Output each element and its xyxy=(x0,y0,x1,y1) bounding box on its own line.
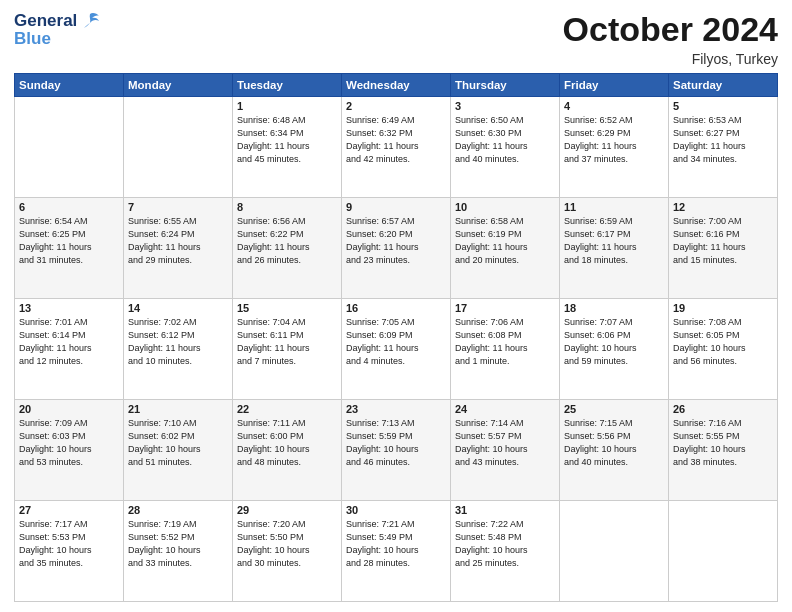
calendar-cell: 6Sunrise: 6:54 AMSunset: 6:25 PMDaylight… xyxy=(15,198,124,299)
day-number: 22 xyxy=(237,403,337,415)
day-info: Sunrise: 7:15 AMSunset: 5:56 PMDaylight:… xyxy=(564,417,664,469)
calendar-cell: 28Sunrise: 7:19 AMSunset: 5:52 PMDayligh… xyxy=(124,501,233,602)
day-number: 19 xyxy=(673,302,773,314)
calendar-cell: 20Sunrise: 7:09 AMSunset: 6:03 PMDayligh… xyxy=(15,400,124,501)
day-info: Sunrise: 7:10 AMSunset: 6:02 PMDaylight:… xyxy=(128,417,228,469)
calendar-cell: 24Sunrise: 7:14 AMSunset: 5:57 PMDayligh… xyxy=(451,400,560,501)
calendar-cell xyxy=(669,501,778,602)
day-info: Sunrise: 6:54 AMSunset: 6:25 PMDaylight:… xyxy=(19,215,119,267)
location: Filyos, Turkey xyxy=(563,51,778,67)
month-title: October 2024 xyxy=(563,10,778,49)
day-info: Sunrise: 7:05 AMSunset: 6:09 PMDaylight:… xyxy=(346,316,446,368)
day-info: Sunrise: 7:20 AMSunset: 5:50 PMDaylight:… xyxy=(237,518,337,570)
header-monday: Monday xyxy=(124,74,233,97)
day-number: 16 xyxy=(346,302,446,314)
header: General Blue October 2024 Filyos, Turkey xyxy=(14,10,778,67)
day-info: Sunrise: 7:09 AMSunset: 6:03 PMDaylight:… xyxy=(19,417,119,469)
calendar-cell: 26Sunrise: 7:16 AMSunset: 5:55 PMDayligh… xyxy=(669,400,778,501)
day-info: Sunrise: 7:01 AMSunset: 6:14 PMDaylight:… xyxy=(19,316,119,368)
day-number: 8 xyxy=(237,201,337,213)
day-info: Sunrise: 7:07 AMSunset: 6:06 PMDaylight:… xyxy=(564,316,664,368)
day-number: 24 xyxy=(455,403,555,415)
day-number: 30 xyxy=(346,504,446,516)
header-saturday: Saturday xyxy=(669,74,778,97)
header-tuesday: Tuesday xyxy=(233,74,342,97)
calendar-cell: 16Sunrise: 7:05 AMSunset: 6:09 PMDayligh… xyxy=(342,299,451,400)
day-info: Sunrise: 6:56 AMSunset: 6:22 PMDaylight:… xyxy=(237,215,337,267)
calendar-cell: 12Sunrise: 7:00 AMSunset: 6:16 PMDayligh… xyxy=(669,198,778,299)
day-number: 26 xyxy=(673,403,773,415)
day-number: 25 xyxy=(564,403,664,415)
calendar-cell: 18Sunrise: 7:07 AMSunset: 6:06 PMDayligh… xyxy=(560,299,669,400)
calendar-cell: 21Sunrise: 7:10 AMSunset: 6:02 PMDayligh… xyxy=(124,400,233,501)
day-number: 3 xyxy=(455,100,555,112)
logo-blue: Blue xyxy=(14,29,51,49)
day-info: Sunrise: 7:17 AMSunset: 5:53 PMDaylight:… xyxy=(19,518,119,570)
calendar-cell: 4Sunrise: 6:52 AMSunset: 6:29 PMDaylight… xyxy=(560,97,669,198)
day-info: Sunrise: 7:02 AMSunset: 6:12 PMDaylight:… xyxy=(128,316,228,368)
day-info: Sunrise: 6:53 AMSunset: 6:27 PMDaylight:… xyxy=(673,114,773,166)
header-thursday: Thursday xyxy=(451,74,560,97)
day-info: Sunrise: 6:52 AMSunset: 6:29 PMDaylight:… xyxy=(564,114,664,166)
day-number: 12 xyxy=(673,201,773,213)
day-number: 7 xyxy=(128,201,228,213)
day-number: 20 xyxy=(19,403,119,415)
calendar-cell: 3Sunrise: 6:50 AMSunset: 6:30 PMDaylight… xyxy=(451,97,560,198)
day-number: 13 xyxy=(19,302,119,314)
day-number: 21 xyxy=(128,403,228,415)
calendar-cell xyxy=(124,97,233,198)
day-info: Sunrise: 6:49 AMSunset: 6:32 PMDaylight:… xyxy=(346,114,446,166)
day-info: Sunrise: 7:22 AMSunset: 5:48 PMDaylight:… xyxy=(455,518,555,570)
day-info: Sunrise: 7:16 AMSunset: 5:55 PMDaylight:… xyxy=(673,417,773,469)
calendar-cell: 29Sunrise: 7:20 AMSunset: 5:50 PMDayligh… xyxy=(233,501,342,602)
day-number: 10 xyxy=(455,201,555,213)
calendar-cell: 27Sunrise: 7:17 AMSunset: 5:53 PMDayligh… xyxy=(15,501,124,602)
calendar-week-3: 13Sunrise: 7:01 AMSunset: 6:14 PMDayligh… xyxy=(15,299,778,400)
header-sunday: Sunday xyxy=(15,74,124,97)
calendar-cell: 13Sunrise: 7:01 AMSunset: 6:14 PMDayligh… xyxy=(15,299,124,400)
day-number: 1 xyxy=(237,100,337,112)
header-wednesday: Wednesday xyxy=(342,74,451,97)
day-number: 27 xyxy=(19,504,119,516)
day-info: Sunrise: 6:55 AMSunset: 6:24 PMDaylight:… xyxy=(128,215,228,267)
day-number: 15 xyxy=(237,302,337,314)
day-number: 31 xyxy=(455,504,555,516)
calendar-cell: 25Sunrise: 7:15 AMSunset: 5:56 PMDayligh… xyxy=(560,400,669,501)
header-friday: Friday xyxy=(560,74,669,97)
day-number: 9 xyxy=(346,201,446,213)
day-number: 17 xyxy=(455,302,555,314)
day-number: 29 xyxy=(237,504,337,516)
calendar-header-row: Sunday Monday Tuesday Wednesday Thursday… xyxy=(15,74,778,97)
day-info: Sunrise: 7:08 AMSunset: 6:05 PMDaylight:… xyxy=(673,316,773,368)
title-block: October 2024 Filyos, Turkey xyxy=(563,10,778,67)
calendar-cell: 19Sunrise: 7:08 AMSunset: 6:05 PMDayligh… xyxy=(669,299,778,400)
day-number: 5 xyxy=(673,100,773,112)
day-number: 11 xyxy=(564,201,664,213)
calendar-table: Sunday Monday Tuesday Wednesday Thursday… xyxy=(14,73,778,602)
calendar-week-2: 6Sunrise: 6:54 AMSunset: 6:25 PMDaylight… xyxy=(15,198,778,299)
day-info: Sunrise: 6:57 AMSunset: 6:20 PMDaylight:… xyxy=(346,215,446,267)
day-info: Sunrise: 7:11 AMSunset: 6:00 PMDaylight:… xyxy=(237,417,337,469)
calendar-cell: 17Sunrise: 7:06 AMSunset: 6:08 PMDayligh… xyxy=(451,299,560,400)
calendar-cell: 22Sunrise: 7:11 AMSunset: 6:00 PMDayligh… xyxy=(233,400,342,501)
calendar-cell: 14Sunrise: 7:02 AMSunset: 6:12 PMDayligh… xyxy=(124,299,233,400)
day-number: 2 xyxy=(346,100,446,112)
calendar-cell: 10Sunrise: 6:58 AMSunset: 6:19 PMDayligh… xyxy=(451,198,560,299)
logo-bird-icon xyxy=(79,10,101,32)
day-info: Sunrise: 6:48 AMSunset: 6:34 PMDaylight:… xyxy=(237,114,337,166)
calendar-cell: 23Sunrise: 7:13 AMSunset: 5:59 PMDayligh… xyxy=(342,400,451,501)
calendar-cell: 2Sunrise: 6:49 AMSunset: 6:32 PMDaylight… xyxy=(342,97,451,198)
day-number: 14 xyxy=(128,302,228,314)
calendar-cell: 9Sunrise: 6:57 AMSunset: 6:20 PMDaylight… xyxy=(342,198,451,299)
calendar-cell xyxy=(15,97,124,198)
day-info: Sunrise: 7:13 AMSunset: 5:59 PMDaylight:… xyxy=(346,417,446,469)
page-container: General Blue October 2024 Filyos, Turkey… xyxy=(0,0,792,612)
day-info: Sunrise: 7:04 AMSunset: 6:11 PMDaylight:… xyxy=(237,316,337,368)
calendar-week-4: 20Sunrise: 7:09 AMSunset: 6:03 PMDayligh… xyxy=(15,400,778,501)
calendar-cell: 5Sunrise: 6:53 AMSunset: 6:27 PMDaylight… xyxy=(669,97,778,198)
logo-general: General xyxy=(14,11,77,31)
calendar-cell: 30Sunrise: 7:21 AMSunset: 5:49 PMDayligh… xyxy=(342,501,451,602)
day-number: 28 xyxy=(128,504,228,516)
calendar-cell: 11Sunrise: 6:59 AMSunset: 6:17 PMDayligh… xyxy=(560,198,669,299)
day-info: Sunrise: 7:14 AMSunset: 5:57 PMDaylight:… xyxy=(455,417,555,469)
